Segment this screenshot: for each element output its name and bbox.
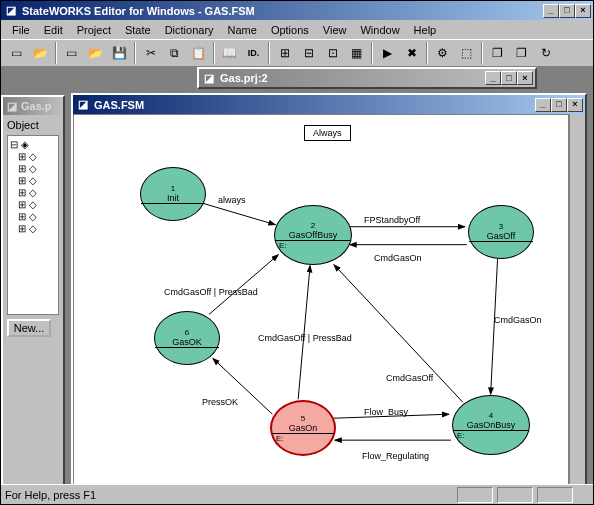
- app-icon: ◪: [3, 4, 19, 18]
- tree-item[interactable]: ⊞ ◇: [10, 211, 56, 222]
- toolbar-layout3-button[interactable]: ⊡: [321, 42, 344, 64]
- side-panel-title[interactable]: ◪ Gas.p: [3, 97, 63, 115]
- toolbar-stop-button[interactable]: ✖: [400, 42, 423, 64]
- toolbar-id-button[interactable]: ID.: [242, 42, 265, 64]
- toolbar-opt1-button[interactable]: ⚙: [431, 42, 454, 64]
- toolbar-refresh-button[interactable]: ↻: [534, 42, 557, 64]
- tree-item[interactable]: ⊞ ◇: [10, 151, 56, 162]
- toolbar-layout4-button[interactable]: ▦: [345, 42, 368, 64]
- object-tree[interactable]: ⊟ ◈ ⊞ ◇ ⊞ ◇ ⊞ ◇ ⊞ ◇ ⊞ ◇ ⊞ ◇ ⊞ ◇: [7, 135, 59, 315]
- prj-minimize-button[interactable]: _: [485, 71, 501, 85]
- toolbar-layout1-button[interactable]: ⊞: [273, 42, 296, 64]
- new-button[interactable]: New...: [7, 319, 51, 337]
- project-window[interactable]: ◪ Gas.prj:2 _ □ ×: [197, 67, 537, 89]
- menu-edit[interactable]: Edit: [37, 22, 70, 38]
- fsm-titlebar[interactable]: ◪ GAS.FSM _ □ ×: [73, 95, 585, 114]
- app-minimize-button[interactable]: _: [543, 4, 559, 18]
- status-message: For Help, press F1: [5, 489, 453, 501]
- fsm-minimize-button[interactable]: _: [535, 98, 551, 112]
- main-window: ◪ StateWORKS Editor for Windows - GAS.FS…: [0, 0, 594, 505]
- toolbar-file-save-button[interactable]: 💾: [108, 42, 131, 64]
- menu-view[interactable]: View: [316, 22, 354, 38]
- tree-root[interactable]: ⊟ ◈: [10, 139, 56, 150]
- fsm-window: ◪ GAS.FSM _ □ ×: [71, 93, 587, 484]
- toolbar-file-open-button[interactable]: 📂: [84, 42, 107, 64]
- svg-line-3: [491, 259, 498, 395]
- toolbar-dict-button[interactable]: 📖: [218, 42, 241, 64]
- transition-label[interactable]: FPStandbyOff: [364, 215, 420, 225]
- status-cell: [497, 487, 533, 503]
- menu-state[interactable]: State: [118, 22, 158, 38]
- project-window-title: Gas.prj:2: [220, 72, 485, 84]
- menubar: File Edit Project State Dictionary Name …: [1, 20, 593, 39]
- status-cell: [457, 487, 493, 503]
- menu-dictionary[interactable]: Dictionary: [158, 22, 221, 38]
- app-titlebar[interactable]: ◪ StateWORKS Editor for Windows - GAS.FS…: [1, 1, 593, 20]
- menu-name[interactable]: Name: [221, 22, 264, 38]
- always-condition-box[interactable]: Always: [304, 125, 351, 141]
- toolbar-win2-button[interactable]: ❐: [510, 42, 533, 64]
- object-label: Object: [7, 119, 59, 131]
- menu-help[interactable]: Help: [407, 22, 444, 38]
- fsm-window-title: GAS.FSM: [94, 99, 535, 111]
- state-gasok[interactable]: 6GasOK: [154, 311, 220, 365]
- project-window-titlebar[interactable]: ◪ Gas.prj:2 _ □ ×: [199, 69, 535, 87]
- toolbar-paste-button[interactable]: 📋: [187, 42, 210, 64]
- toolbar-copy-button[interactable]: ⧉: [163, 42, 186, 64]
- tree-item[interactable]: ⊞ ◇: [10, 223, 56, 234]
- toolbar-proj-open-button[interactable]: 📂: [29, 42, 52, 64]
- fsm-maximize-button[interactable]: □: [551, 98, 567, 112]
- status-cell: [537, 487, 573, 503]
- app-maximize-button[interactable]: □: [559, 4, 575, 18]
- transition-label[interactable]: CmdGasOn: [374, 253, 422, 263]
- transition-label[interactable]: CmdGasOff: [386, 373, 433, 383]
- prj-close-button[interactable]: ×: [517, 71, 533, 85]
- toolbar-file-new-button[interactable]: ▭: [60, 42, 83, 64]
- app-title: StateWORKS Editor for Windows - GAS.FSM: [22, 5, 543, 17]
- svg-line-0: [201, 203, 275, 225]
- project-side-panel: ◪ Gas.p Object ⊟ ◈ ⊞ ◇ ⊞ ◇ ⊞ ◇ ⊞ ◇ ⊞ ◇ ⊞…: [1, 95, 65, 484]
- state-gasoffbusy[interactable]: 2GasOffBusyE:: [274, 205, 352, 265]
- transition-label[interactable]: Flow_Regulating: [362, 451, 429, 461]
- resize-grip[interactable]: [573, 487, 589, 503]
- state-init[interactable]: 1Init: [140, 167, 206, 221]
- menu-file[interactable]: File: [5, 22, 37, 38]
- state-gasonbusy[interactable]: 4GasOnBusyE:: [452, 395, 530, 455]
- mdi-client-area: ◪ Gas.p Object ⊟ ◈ ⊞ ◇ ⊞ ◇ ⊞ ◇ ⊞ ◇ ⊞ ◇ ⊞…: [1, 67, 593, 484]
- fsm-canvas[interactable]: Always 1Init2GasOffBusyE:3GasOff4GasOnBu…: [73, 114, 569, 484]
- state-gason[interactable]: 5GasOnE:: [270, 400, 336, 456]
- tree-item[interactable]: ⊞ ◇: [10, 163, 56, 174]
- tree-item[interactable]: ⊞ ◇: [10, 187, 56, 198]
- toolbar-opt2-button[interactable]: ⬚: [455, 42, 478, 64]
- svg-line-9: [209, 255, 278, 315]
- transition-label[interactable]: CmdGasOff | PressBad: [258, 333, 352, 343]
- fsm-icon: ◪: [75, 98, 91, 112]
- toolbar-layout2-button[interactable]: ⊟: [297, 42, 320, 64]
- tree-item[interactable]: ⊞ ◇: [10, 199, 56, 210]
- fsm-close-button[interactable]: ×: [567, 98, 583, 112]
- menu-window[interactable]: Window: [353, 22, 406, 38]
- vertical-scrollbar[interactable]: [569, 114, 585, 484]
- transition-label[interactable]: PressOK: [202, 397, 238, 407]
- statusbar: For Help, press F1: [1, 484, 593, 504]
- state-gasoff[interactable]: 3GasOff: [468, 205, 534, 259]
- transition-label[interactable]: CmdGasOn: [494, 315, 542, 325]
- transition-label[interactable]: Flow_Busy: [364, 407, 408, 417]
- menu-options[interactable]: Options: [264, 22, 316, 38]
- toolbar: ▭📂▭📂💾✂⧉📋📖ID.⊞⊟⊡▦▶✖⚙⬚❐❐↻: [1, 39, 593, 67]
- project-icon: ◪: [201, 71, 217, 85]
- menu-project[interactable]: Project: [70, 22, 118, 38]
- transition-label[interactable]: CmdGasOff | PressBad: [164, 287, 258, 297]
- toolbar-run-button[interactable]: ▶: [376, 42, 399, 64]
- transition-label[interactable]: always: [218, 195, 246, 205]
- app-close-button[interactable]: ×: [575, 4, 591, 18]
- prj-maximize-button[interactable]: □: [501, 71, 517, 85]
- toolbar-win1-button[interactable]: ❐: [486, 42, 509, 64]
- tree-item[interactable]: ⊞ ◇: [10, 175, 56, 186]
- toolbar-cut-button[interactable]: ✂: [139, 42, 162, 64]
- toolbar-proj-new-button[interactable]: ▭: [5, 42, 28, 64]
